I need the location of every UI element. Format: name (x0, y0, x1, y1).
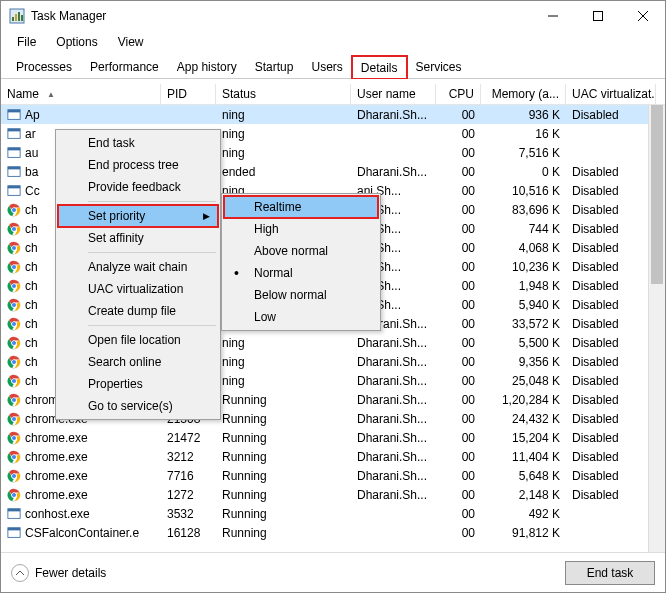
svg-point-54 (12, 416, 16, 420)
tab-users[interactable]: Users (302, 55, 351, 78)
svg-point-60 (12, 454, 16, 458)
footer: Fewer details End task (1, 552, 665, 592)
cell-uac: Disabled (566, 488, 656, 502)
cell-uac: Disabled (566, 336, 656, 350)
cell-user: Dharani.Sh... (351, 431, 436, 445)
column-headers: Name▲ PID Status User name CPU Memory (a… (1, 79, 665, 105)
ctx-set-affinity[interactable]: Set affinity (58, 227, 218, 249)
cell-status: ning (216, 108, 351, 122)
titlebar[interactable]: Task Manager (1, 1, 665, 31)
col-header-cpu[interactable]: CPU (436, 84, 481, 104)
minimize-button[interactable] (530, 1, 575, 31)
cell-user: Dharani.Sh... (351, 450, 436, 464)
cell-user: Dharani.Sh... (351, 165, 436, 179)
priority-low[interactable]: Low (224, 306, 378, 328)
ctx-search-online[interactable]: Search online (58, 351, 218, 373)
priority-above-normal[interactable]: Above normal (224, 240, 378, 262)
ctx-uac-virtualization[interactable]: UAC virtualization (58, 278, 218, 300)
table-row[interactable]: ApningDharani.Sh...00936 KDisabled (1, 105, 665, 124)
close-button[interactable] (620, 1, 665, 31)
cell-uac: Disabled (566, 450, 656, 464)
ctx-analyze-wait-chain[interactable]: Analyze wait chain (58, 256, 218, 278)
cell-mem: 7,516 K (481, 146, 566, 160)
col-header-name[interactable]: Name▲ (1, 84, 161, 104)
fewer-details-toggle[interactable]: Fewer details (11, 564, 106, 582)
tabbar: ProcessesPerformanceApp historyStartupUs… (1, 53, 665, 79)
ctx-go-to-service-s-[interactable]: Go to service(s) (58, 395, 218, 417)
ctx-provide-feedback[interactable]: Provide feedback (58, 176, 218, 198)
ctx-properties[interactable]: Properties (58, 373, 218, 395)
menu-view[interactable]: View (110, 33, 152, 51)
cell-mem: 9,356 K (481, 355, 566, 369)
cell-uac: Disabled (566, 431, 656, 445)
process-name: ch (25, 279, 38, 293)
col-header-mem[interactable]: Memory (a... (481, 84, 566, 104)
maximize-button[interactable] (575, 1, 620, 31)
cell-cpu: 00 (436, 488, 481, 502)
tab-app-history[interactable]: App history (168, 55, 246, 78)
context-menu: End taskEnd process treeProvide feedback… (55, 129, 221, 420)
submenu-arrow-icon: ▶ (203, 211, 210, 221)
process-name: ch (25, 260, 38, 274)
tab-performance[interactable]: Performance (81, 55, 168, 78)
svg-point-66 (12, 492, 16, 496)
cell-uac: Disabled (566, 374, 656, 388)
col-header-user[interactable]: User name (351, 84, 436, 104)
cell-mem: 2,148 K (481, 488, 566, 502)
bullet-icon: • (234, 266, 239, 280)
table-row[interactable]: CSFalconContainer.e16128Running0091,812 … (1, 523, 665, 542)
fewer-details-label: Fewer details (35, 566, 106, 580)
ctx-end-task[interactable]: End task (58, 132, 218, 154)
svg-rect-3 (18, 12, 20, 21)
ctx-create-dump-file[interactable]: Create dump file (58, 300, 218, 322)
col-header-uac[interactable]: UAC virtualizat... (566, 84, 656, 104)
cell-user: Dharani.Sh... (351, 336, 436, 350)
ctx-set-priority[interactable]: Set priority▶ (58, 205, 218, 227)
priority-submenu: RealtimeHighAbove normal•NormalBelow nor… (221, 193, 381, 331)
col-header-pid[interactable]: PID (161, 84, 216, 104)
menu-file[interactable]: File (9, 33, 44, 51)
cell-status: ning (216, 355, 351, 369)
cell-status: ning (216, 146, 351, 160)
cell-user: Dharani.Sh... (351, 355, 436, 369)
priority-realtime[interactable]: Realtime (224, 196, 378, 218)
svg-point-33 (12, 283, 16, 287)
priority-high[interactable]: High (224, 218, 378, 240)
priority-below-normal[interactable]: Below normal (224, 284, 378, 306)
scrollbar-thumb[interactable] (651, 105, 663, 284)
tab-details[interactable]: Details (352, 56, 407, 79)
table-row[interactable]: chrome.exe3212RunningDharani.Sh...0011,4… (1, 447, 665, 466)
process-name: CSFalconContainer.e (25, 526, 139, 540)
table-row[interactable]: chrome.exe1272RunningDharani.Sh...002,14… (1, 485, 665, 504)
cell-cpu: 00 (436, 146, 481, 160)
cell-mem: 744 K (481, 222, 566, 236)
ctx-end-process-tree[interactable]: End process tree (58, 154, 218, 176)
cell-uac: Disabled (566, 355, 656, 369)
table-row[interactable]: conhost.exe3532Running00492 K (1, 504, 665, 523)
vertical-scrollbar[interactable] (648, 105, 665, 552)
tab-services[interactable]: Services (407, 55, 471, 78)
cell-cpu: 00 (436, 507, 481, 521)
cell-user: Dharani.Sh... (351, 108, 436, 122)
table-row[interactable]: chrome.exe21472RunningDharani.Sh...0015,… (1, 428, 665, 447)
priority-normal[interactable]: •Normal (224, 262, 378, 284)
task-manager-window: Task Manager FileOptionsView ProcessesPe… (0, 0, 666, 593)
ctx-open-file-location[interactable]: Open file location (58, 329, 218, 351)
end-task-button[interactable]: End task (565, 561, 655, 585)
menu-options[interactable]: Options (48, 33, 105, 51)
cell-uac: Disabled (566, 203, 656, 217)
tab-processes[interactable]: Processes (7, 55, 81, 78)
cell-status: Running (216, 488, 351, 502)
svg-rect-2 (15, 14, 17, 21)
tab-startup[interactable]: Startup (246, 55, 303, 78)
table-row[interactable]: chrome.exe7716RunningDharani.Sh...005,64… (1, 466, 665, 485)
app-icon (9, 8, 25, 24)
col-header-status[interactable]: Status (216, 84, 351, 104)
cell-cpu: 00 (436, 108, 481, 122)
cell-user: Dharani.Sh... (351, 488, 436, 502)
cell-cpu: 00 (436, 127, 481, 141)
cell-cpu: 00 (436, 298, 481, 312)
cell-cpu: 00 (436, 184, 481, 198)
cell-pid: 3212 (161, 450, 216, 464)
window-title: Task Manager (31, 9, 530, 23)
